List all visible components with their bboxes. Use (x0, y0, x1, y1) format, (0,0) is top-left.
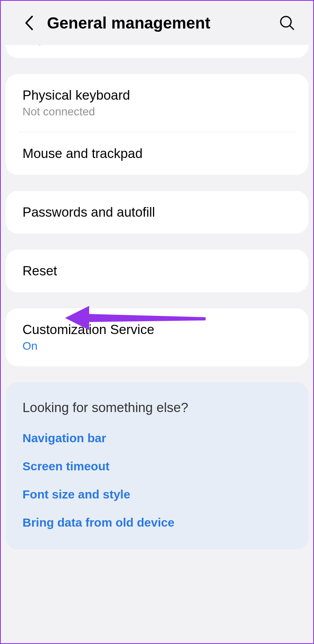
item-title: Reset (22, 263, 292, 279)
card-partial: Keyboard list and default (6, 45, 308, 58)
suggestions-heading: Looking for something else? (22, 400, 292, 415)
page-title: General management (47, 14, 277, 32)
physical-keyboard-item[interactable]: Physical keyboard Not connected (6, 74, 308, 132)
link-font-size-style[interactable]: Font size and style (22, 488, 292, 501)
item-title: Customization Service (22, 322, 292, 337)
svg-line-1 (290, 26, 294, 29)
link-screen-timeout[interactable]: Screen timeout (22, 459, 292, 473)
card-passwords: Passwords and autofill (6, 191, 308, 234)
app-header: General management (1, 1, 313, 45)
card-reset: Reset (6, 250, 308, 292)
customization-service-item[interactable]: Customization Service On (6, 308, 308, 366)
passwords-autofill-item[interactable]: Passwords and autofill (6, 191, 308, 234)
settings-list: Keyboard list and default Physical keybo… (1, 45, 313, 643)
suggestions-card: Looking for something else? Navigation b… (6, 382, 308, 550)
chevron-left-icon (24, 15, 33, 31)
card-keyboard-group: Physical keyboard Not connected Mouse an… (6, 74, 308, 175)
item-title: Physical keyboard (22, 88, 292, 103)
link-navigation-bar[interactable]: Navigation bar (22, 431, 292, 445)
search-button[interactable] (277, 13, 297, 33)
search-icon (279, 15, 295, 31)
back-button[interactable] (21, 15, 37, 31)
item-title: Passwords and autofill (22, 205, 292, 220)
item-subtitle: Not connected (22, 105, 292, 118)
item-title: Mouse and trackpad (22, 146, 292, 161)
item-title: Keyboard list and default (22, 45, 292, 46)
card-customization: Customization Service On (6, 308, 308, 366)
link-bring-data[interactable]: Bring data from old device (22, 516, 292, 529)
reset-item[interactable]: Reset (6, 250, 308, 292)
keyboard-list-default-item[interactable]: Keyboard list and default (6, 45, 308, 58)
item-subtitle: On (22, 340, 292, 353)
mouse-trackpad-item[interactable]: Mouse and trackpad (6, 132, 308, 175)
